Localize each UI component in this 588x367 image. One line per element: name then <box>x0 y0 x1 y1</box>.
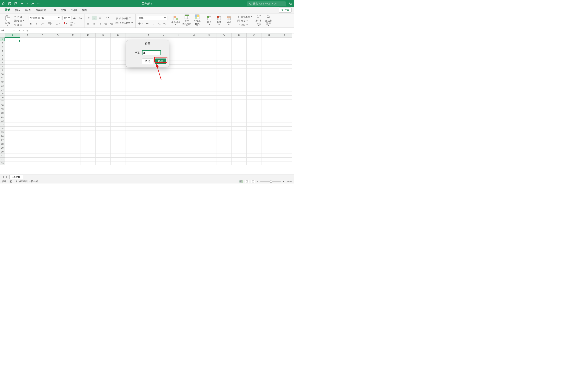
cell[interactable] <box>262 57 277 61</box>
cell[interactable] <box>5 68 20 72</box>
cell[interactable] <box>141 107 156 111</box>
cell[interactable] <box>35 84 50 88</box>
copy-button[interactable]: 复制 <box>13 19 25 23</box>
cell[interactable] <box>277 158 292 161</box>
decrease-decimal-button[interactable]: .00.0 <box>162 22 167 26</box>
cell[interactable] <box>111 142 126 146</box>
cell[interactable] <box>95 146 111 150</box>
cell[interactable] <box>5 123 20 127</box>
cell[interactable] <box>5 154 20 158</box>
cell[interactable] <box>247 61 262 65</box>
cell[interactable] <box>156 84 171 88</box>
cell[interactable] <box>141 115 156 119</box>
cell[interactable] <box>171 150 186 154</box>
cell[interactable] <box>186 131 201 134</box>
cell[interactable] <box>141 111 156 115</box>
cell[interactable] <box>216 150 232 154</box>
cell[interactable] <box>111 42 126 45</box>
cell[interactable] <box>50 161 65 165</box>
cell[interactable] <box>5 150 20 154</box>
cell[interactable] <box>277 103 292 107</box>
cell[interactable] <box>35 107 50 111</box>
cell[interactable] <box>262 61 277 65</box>
cell[interactable] <box>232 84 247 88</box>
percent-button[interactable]: % <box>145 22 150 26</box>
cell[interactable] <box>95 107 111 111</box>
cell[interactable] <box>80 49 95 53</box>
cell[interactable] <box>126 76 141 80</box>
tab-formulas[interactable]: 公式 <box>49 7 59 13</box>
cell[interactable] <box>5 134 20 138</box>
cell[interactable] <box>262 42 277 45</box>
cell[interactable] <box>247 88 262 92</box>
cell[interactable] <box>5 88 20 92</box>
cell[interactable] <box>65 158 80 161</box>
cell[interactable] <box>50 142 65 146</box>
row-header[interactable]: 13 <box>0 84 5 88</box>
cell[interactable] <box>247 123 262 127</box>
cell[interactable] <box>186 84 201 88</box>
cell[interactable] <box>216 142 232 146</box>
cell[interactable] <box>126 138 141 142</box>
cell[interactable] <box>141 88 156 92</box>
fill-button[interactable]: 填充 <box>237 19 253 23</box>
cell[interactable] <box>80 80 95 84</box>
column-header[interactable]: M <box>186 33 201 38</box>
cell[interactable] <box>277 80 292 84</box>
cell[interactable] <box>50 42 65 45</box>
cell[interactable] <box>156 138 171 142</box>
autosum-button[interactable]: ∑自动求和 <box>237 15 253 18</box>
sheet-tab[interactable]: Sheet1 <box>9 175 23 179</box>
cell[interactable] <box>35 49 50 53</box>
cell[interactable] <box>232 146 247 150</box>
cell[interactable] <box>171 134 186 138</box>
cell[interactable] <box>35 119 50 123</box>
undo-icon[interactable] <box>20 2 24 5</box>
row-header[interactable]: 27 <box>0 138 5 142</box>
column-header[interactable]: Q <box>247 33 262 38</box>
cell[interactable] <box>186 119 201 123</box>
align-middle-button[interactable] <box>92 16 96 20</box>
cell[interactable] <box>35 88 50 92</box>
accessibility-status[interactable]: 辅助功能: 一切就绪 <box>15 180 38 183</box>
cell[interactable] <box>50 103 65 107</box>
cell[interactable] <box>156 127 171 131</box>
cell[interactable] <box>111 119 126 123</box>
bold-button[interactable]: B <box>29 22 33 26</box>
cell[interactable] <box>232 68 247 72</box>
cell[interactable] <box>95 161 111 165</box>
cell[interactable] <box>216 146 232 150</box>
cell[interactable] <box>95 68 111 72</box>
cell[interactable] <box>247 138 262 142</box>
cell[interactable] <box>80 76 95 80</box>
cell[interactable] <box>65 134 80 138</box>
cell[interactable] <box>171 68 186 72</box>
cell[interactable] <box>80 65 95 68</box>
cell[interactable] <box>5 92 20 96</box>
cell[interactable] <box>247 42 262 45</box>
cell[interactable] <box>201 107 216 111</box>
cell[interactable] <box>65 76 80 80</box>
cell[interactable] <box>141 146 156 150</box>
cell[interactable] <box>247 49 262 53</box>
cell[interactable] <box>201 138 216 142</box>
cell[interactable] <box>5 100 20 103</box>
cell[interactable] <box>141 138 156 142</box>
cell[interactable] <box>186 53 201 57</box>
undo-dropdown-icon[interactable] <box>26 2 28 5</box>
cell[interactable] <box>141 92 156 96</box>
cell[interactable] <box>95 150 111 154</box>
cell[interactable] <box>171 111 186 115</box>
merge-center-button[interactable]: 合并后居中 <box>115 21 134 25</box>
cell[interactable] <box>20 57 35 61</box>
cell[interactable] <box>262 49 277 53</box>
align-top-button[interactable] <box>86 16 91 20</box>
cell[interactable] <box>95 115 111 119</box>
cell[interactable] <box>126 161 141 165</box>
cell[interactable] <box>20 127 35 131</box>
cell[interactable] <box>80 103 95 107</box>
row-header[interactable]: 8 <box>0 65 5 68</box>
cell[interactable] <box>262 103 277 107</box>
cell[interactable] <box>65 103 80 107</box>
cell[interactable] <box>50 57 65 61</box>
